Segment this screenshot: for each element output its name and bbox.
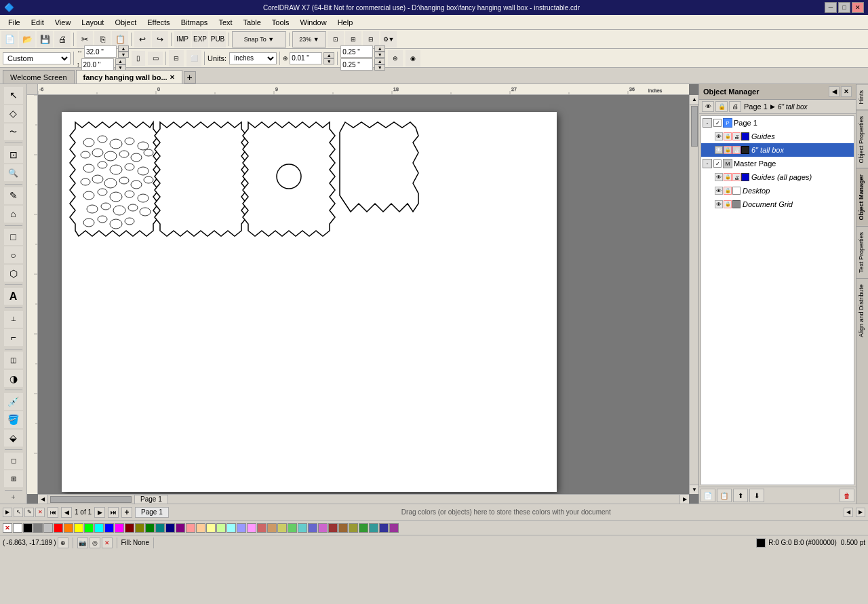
width-down-button[interactable]: ▼ <box>118 52 129 58</box>
menu-layout[interactable]: Layout <box>76 17 109 28</box>
export-button[interactable]: EXP <box>192 31 208 48</box>
nudge-input[interactable] <box>290 52 322 64</box>
outline-tool[interactable]: ◻ <box>4 453 23 470</box>
color-maroon[interactable] <box>125 523 134 533</box>
polygon-tool[interactable]: ⬡ <box>4 265 23 282</box>
cut-button[interactable]: ✂ <box>77 31 93 48</box>
import-button[interactable]: IMP <box>174 31 191 48</box>
offset-y-down-button[interactable]: ▼ <box>374 64 385 71</box>
panel-close-button[interactable]: ✕ <box>841 86 852 97</box>
height-up-button[interactable]: ▲ <box>115 58 126 64</box>
align-distribute-tab[interactable]: Align and Distribute <box>856 278 868 343</box>
master-checkbox[interactable]: ✓ <box>713 159 722 168</box>
add-page-btn[interactable]: + <box>121 507 132 518</box>
canvas-inner[interactable] <box>38 95 689 494</box>
tree-doc-grid[interactable]: 👁 🔒 Document Grid <box>701 197 854 211</box>
color-light-orange[interactable] <box>196 523 205 533</box>
color-yellow[interactable] <box>74 523 83 533</box>
width-up-button[interactable]: ▲ <box>118 45 129 52</box>
color-cyan[interactable] <box>94 523 104 533</box>
color-med-red[interactable] <box>257 523 267 533</box>
eyedropper-tool[interactable]: 💉 <box>4 393 23 410</box>
panel-arrow-button[interactable]: ◀ <box>829 86 840 97</box>
current-page-button[interactable]: ⬜ <box>186 50 201 67</box>
menu-edit[interactable]: Edit <box>26 17 50 28</box>
pointer-tool[interactable]: ↖ <box>4 87 23 104</box>
color-light-blue[interactable] <box>237 523 246 533</box>
color-red[interactable] <box>54 523 63 533</box>
print-button[interactable]: 🖨 <box>54 31 71 48</box>
fit-page-button[interactable]: ⊡ <box>328 31 344 48</box>
color-teal[interactable] <box>155 523 165 533</box>
color-dark-yellow[interactable] <box>349 523 358 533</box>
color-med-yellow[interactable] <box>277 523 287 533</box>
dup-distance-button[interactable]: ⊕ <box>388 50 403 67</box>
ellipse-tool[interactable]: ○ <box>4 246 23 263</box>
color-med-purple[interactable] <box>318 523 328 533</box>
offset-y-input[interactable] <box>340 58 373 71</box>
zoom-tool[interactable]: 🔍 <box>4 164 23 181</box>
new-layer-button[interactable]: 📄 <box>701 489 715 502</box>
offset-x-down-button[interactable]: ▼ <box>374 52 385 58</box>
vertical-scrollbar[interactable]: ▲ ▼ <box>689 95 698 494</box>
height-input[interactable] <box>81 58 114 71</box>
delete-layer-button[interactable]: 🗑 <box>840 489 854 502</box>
shape-tool[interactable]: ◇ <box>4 105 23 122</box>
smart-fill-tool[interactable]: ⬙ <box>4 430 23 447</box>
master-expander[interactable]: - <box>703 159 712 168</box>
color-silver[interactable] <box>43 523 53 533</box>
tall-box-eye[interactable]: 👁 <box>715 146 723 154</box>
menu-table[interactable]: Table <box>238 17 267 28</box>
color-magenta[interactable] <box>115 523 124 533</box>
freehand-tool[interactable]: ✎ <box>4 187 23 204</box>
menu-file[interactable]: File <box>3 17 26 28</box>
minimize-button[interactable]: ─ <box>825 2 837 13</box>
show-all-icon[interactable]: 👁 <box>702 101 714 112</box>
color-dark-blue2[interactable] <box>379 523 389 533</box>
color-med-green[interactable] <box>288 523 297 533</box>
text-tool[interactable]: A <box>4 288 23 305</box>
rectangle-tool[interactable]: □ <box>4 229 23 246</box>
paste-button[interactable]: 📋 <box>112 31 128 48</box>
doc-grid-lock[interactable]: 🔒 <box>724 200 732 208</box>
close-button[interactable]: ✕ <box>852 2 864 13</box>
page-first-btn[interactable]: ⏮ <box>47 507 58 518</box>
scroll-thumb-v[interactable] <box>691 106 698 147</box>
page-border-button[interactable]: ◉ <box>406 50 420 67</box>
color-light-green[interactable] <box>216 523 226 533</box>
color-black[interactable] <box>23 523 33 533</box>
color-med-blue[interactable] <box>308 523 317 533</box>
scroll-down-button[interactable]: ▼ <box>690 485 698 494</box>
page-next-btn[interactable]: ▶ <box>94 507 105 518</box>
crop-tool[interactable]: ⊡ <box>4 146 23 163</box>
connector-tool[interactable]: ⌐ <box>4 329 23 346</box>
new-master-button[interactable]: 📋 <box>717 489 732 502</box>
publish-button[interactable]: PUB <box>210 31 226 48</box>
page-prev-btn[interactable]: ◀ <box>61 507 72 518</box>
pattern-tool[interactable]: ⊞ <box>4 470 23 487</box>
offset-x-input[interactable] <box>340 45 373 58</box>
horizontal-scrollbar[interactable]: ◀ Page 1 ▶ <box>38 494 689 504</box>
nudge-down-button[interactable]: ▼ <box>323 58 334 64</box>
tree-guides-all[interactable]: 👁 🔒 🖨 Guides (all pages) <box>701 170 854 184</box>
guides-lock[interactable]: 🔒 <box>724 132 732 140</box>
color-med-cyan[interactable] <box>298 523 307 533</box>
color-blue[interactable] <box>104 523 114 533</box>
color-green[interactable] <box>84 523 94 533</box>
color-med-orange[interactable] <box>267 523 277 533</box>
tree-tall-box[interactable]: 👁 🔒 🖨 6" tall box <box>701 143 854 157</box>
menu-tools[interactable]: Tools <box>267 17 295 28</box>
drop-shadow-tool[interactable]: ◫ <box>4 352 23 369</box>
nudge-up-button[interactable]: ▲ <box>323 52 334 58</box>
scroll-left-button[interactable]: ◀ <box>38 495 47 504</box>
all-pages-button[interactable]: ⊟ <box>169 50 184 67</box>
copy-button[interactable]: ⎘ <box>94 31 111 48</box>
status-pen-btn[interactable]: ✎ <box>24 508 34 517</box>
options-button[interactable]: ⚙▼ <box>380 31 397 48</box>
status-target-icon[interactable]: ◎ <box>90 537 100 548</box>
object-properties-tab[interactable]: Object Properties <box>856 110 868 169</box>
zoom-sel-button[interactable]: ⊞ <box>345 31 361 48</box>
print-all-icon[interactable]: 🖨 <box>729 101 741 112</box>
desktop-lock[interactable]: 🔒 <box>724 187 732 195</box>
color-olive[interactable] <box>135 523 144 533</box>
